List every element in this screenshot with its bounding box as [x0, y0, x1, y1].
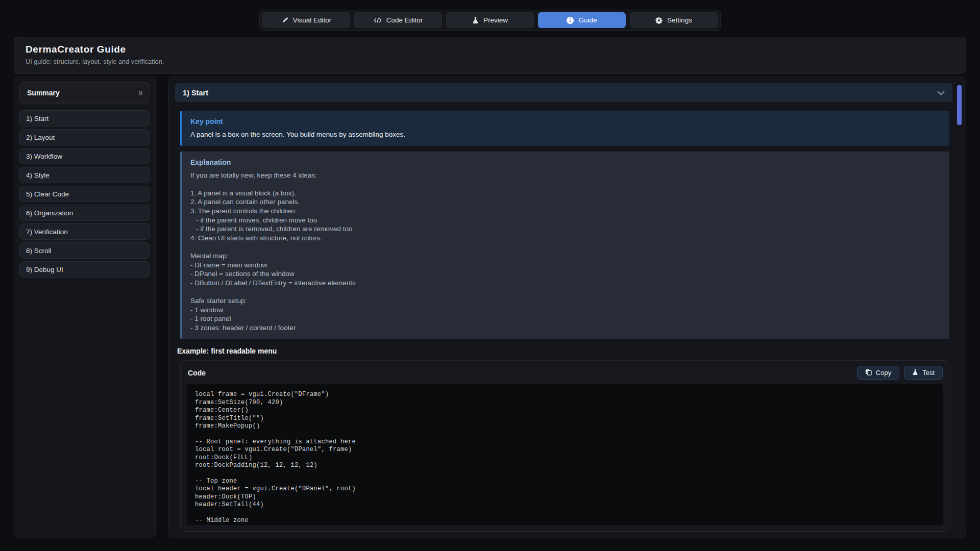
explanation-heading: Explanation — [190, 158, 941, 166]
tab-guide[interactable]: Guide — [538, 12, 626, 28]
sidebar-item-label: 3) Workflow — [26, 153, 62, 160]
page-title: DermaCreator Guide — [26, 44, 954, 55]
sidebar-item-label: 4) Style — [26, 171, 50, 179]
tab-visual-editor[interactable]: Visual Editor — [262, 12, 350, 28]
guide-main-panel: 1) Start Key point A panel is a box on t… — [168, 77, 966, 538]
sidebar-item-label: 7) Verification — [26, 228, 68, 236]
tab-label: Code Editor — [386, 16, 423, 24]
copy-icon — [865, 369, 872, 377]
summary-sidebar: Summary 9 1) Start 2) Layout 3) Workflow… — [14, 77, 156, 538]
sidebar-item-debug-ui[interactable]: 9) Debug UI — [19, 261, 150, 278]
page-subtitle: UI guide: structure, layout, style and v… — [26, 58, 954, 65]
tab-label: Visual Editor — [293, 16, 332, 24]
summary-count-badge: 9 — [139, 89, 142, 97]
keypoint-body: A panel is a box on the screen. You buil… — [190, 130, 941, 139]
sidebar-item-layout[interactable]: 2) Layout — [19, 129, 150, 145]
copy-button[interactable]: Copy — [857, 366, 899, 380]
sidebar-item-workflow[interactable]: 3) Workflow — [19, 148, 150, 164]
sidebar-item-start[interactable]: 1) Start — [19, 110, 150, 127]
code-block[interactable]: local frame = vgui.Create("DFrame") fram… — [187, 384, 943, 525]
sidebar-item-scroll[interactable]: 8) Scroll — [19, 242, 150, 259]
code-icon — [374, 17, 382, 24]
flask-icon — [472, 17, 479, 24]
flask-icon — [912, 369, 918, 377]
pencil-icon — [281, 17, 288, 24]
sidebar-item-label: 2) Layout — [26, 134, 55, 141]
copy-button-label: Copy — [876, 369, 891, 377]
page-header: DermaCreator Guide UI guide: structure, … — [14, 37, 966, 74]
sidebar-item-organization[interactable]: 6) Organization — [19, 205, 150, 221]
tab-label: Preview — [483, 16, 508, 24]
explanation-callout: Explanation If you are totally new, keep… — [180, 152, 949, 339]
test-button[interactable]: Test — [904, 366, 943, 380]
explanation-body: If you are totally new, keep these 4 ide… — [190, 171, 941, 333]
main-scrollbar-thumb[interactable] — [957, 85, 962, 125]
sidebar-item-label: 9) Debug UI — [26, 266, 63, 273]
info-icon — [567, 17, 574, 24]
section-header-start[interactable]: 1) Start — [175, 83, 952, 102]
keypoint-callout: Key point A panel is a box on the screen… — [180, 111, 949, 146]
content-row: Summary 9 1) Start 2) Layout 3) Workflow… — [14, 77, 966, 538]
sidebar-item-label: 8) Scroll — [26, 247, 52, 255]
sidebar-item-style[interactable]: 4) Style — [19, 167, 150, 183]
code-buttons: Copy Test — [857, 366, 943, 380]
sidebar-item-clear-code[interactable]: 5) Clear Code — [19, 186, 150, 202]
tab-settings[interactable]: Settings — [630, 12, 718, 28]
code-panel: Code Copy Test — [180, 360, 949, 532]
main-toolbar: Visual Editor Code Editor Preview Guide … — [259, 10, 721, 31]
sidebar-item-label: 1) Start — [26, 115, 48, 122]
tab-code-editor[interactable]: Code Editor — [354, 12, 442, 28]
keypoint-heading: Key point — [190, 117, 941, 126]
gear-icon — [655, 17, 663, 24]
test-button-label: Test — [922, 369, 935, 377]
tab-preview[interactable]: Preview — [446, 12, 534, 28]
sidebar-item-label: 5) Clear Code — [26, 190, 69, 198]
section-body: Key point A panel is a box on the screen… — [180, 111, 949, 532]
tab-label: Guide — [578, 16, 597, 24]
summary-title: Summary — [27, 89, 60, 97]
main-scrollbar-track[interactable] — [957, 82, 962, 533]
code-content: local frame = vgui.Create("DFrame") fram… — [195, 391, 935, 525]
chevron-down-icon[interactable] — [937, 88, 945, 97]
sidebar-item-label: 6) Organization — [26, 209, 73, 217]
section-title: 1) Start — [183, 89, 208, 97]
code-panel-header: Code Copy Test — [181, 361, 949, 384]
example-label: Example: first readable menu — [177, 347, 949, 355]
summary-header: Summary 9 — [19, 82, 150, 104]
tab-label: Settings — [667, 16, 692, 24]
sidebar-item-verification[interactable]: 7) Verification — [19, 223, 150, 240]
code-panel-title: Code — [188, 369, 206, 377]
